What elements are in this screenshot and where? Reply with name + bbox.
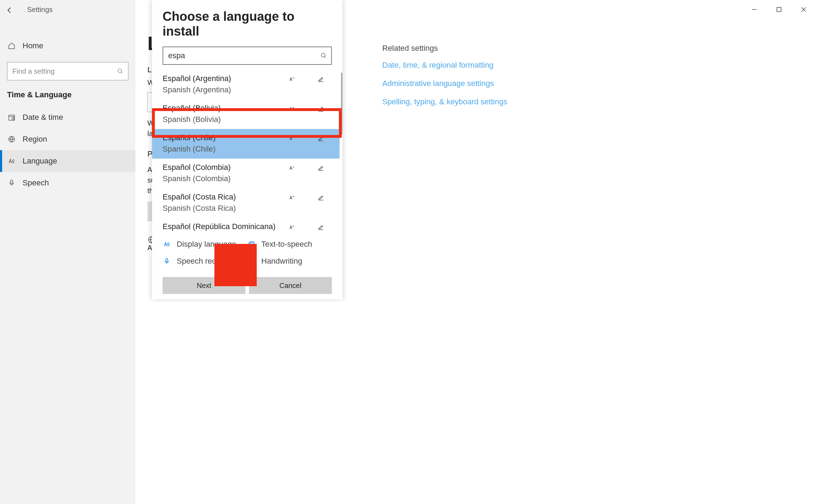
legend-text-to-speech: Text-to-speech	[247, 240, 332, 249]
handwriting-icon	[316, 165, 325, 171]
search-icon	[321, 53, 327, 59]
handwriting-icon	[316, 195, 325, 201]
svg-rect-9	[250, 242, 254, 245]
sidebar-item-label: Speech	[23, 178, 49, 188]
maximize-button[interactable]	[767, 3, 791, 16]
language-english-name: Spanish (Costa Rica)	[163, 204, 329, 213]
sidebar-item-label: Region	[23, 135, 47, 144]
language-item[interactable]: Español (Bolivia)Spanish (Bolivia)	[152, 99, 340, 129]
language-item[interactable]: Español (Chile)Spanish (Chile)	[152, 129, 340, 159]
scrollbar-thumb[interactable]	[341, 73, 342, 135]
microphone-icon	[7, 179, 16, 187]
link-spelling-typing-keyboard[interactable]: Spelling, typing, & keyboard settings	[382, 97, 507, 106]
legend-label: Handwriting	[261, 257, 302, 266]
search-icon	[117, 68, 123, 74]
legend-handwriting: Handwriting	[247, 257, 332, 266]
next-button[interactable]: Next	[163, 277, 245, 294]
language-icon	[7, 157, 16, 165]
sidebar-item-date-time[interactable]: Date & time	[0, 106, 135, 128]
svg-rect-10	[166, 259, 168, 262]
link-date-time-formatting[interactable]: Date, time, & regional formatting	[382, 61, 507, 70]
handwriting-icon	[316, 106, 325, 112]
display-language-icon	[287, 224, 297, 231]
handwriting-icon	[316, 76, 325, 82]
cancel-button[interactable]: Cancel	[249, 277, 332, 294]
minimize-button[interactable]	[742, 3, 767, 16]
sidebar-item-language[interactable]: Language	[0, 150, 135, 172]
sidebar-item-region[interactable]: Region	[0, 128, 135, 150]
handwriting-icon	[247, 258, 256, 265]
handwriting-icon	[316, 224, 325, 231]
text-to-speech-icon	[247, 241, 256, 248]
sidebar-search-input[interactable]	[7, 62, 128, 80]
display-language-icon	[287, 106, 297, 112]
choose-language-dialog: Choose a language to install Español (Ar…	[152, 0, 342, 300]
dialog-footer: Display language Text-to-speech Speech r…	[152, 233, 342, 300]
sidebar-group-header: Time & Language	[0, 90, 135, 106]
settings-sidebar: Settings Home Time & Language Date & tim…	[0, 0, 135, 504]
display-language-icon	[287, 135, 297, 142]
window-title: Settings	[27, 6, 53, 14]
sidebar-item-home[interactable]: Home	[0, 35, 135, 56]
language-english-name: Spanish (Colombia)	[163, 174, 329, 183]
close-button[interactable]	[791, 3, 816, 16]
svg-rect-6	[777, 7, 781, 12]
display-language-icon	[287, 195, 297, 201]
window-controls	[742, 3, 816, 16]
calendar-clock-icon	[7, 113, 16, 121]
home-icon	[7, 42, 16, 50]
legend-speech-recognition: Speech recognition	[163, 257, 247, 266]
link-admin-language-settings[interactable]: Administrative language settings	[382, 79, 507, 88]
svg-point-0	[118, 69, 122, 73]
language-item[interactable]: Español (Costa Rica)Spanish (Costa Rica)	[152, 188, 340, 218]
language-list: Español (Argentina)Spanish (Argentina)Es…	[152, 70, 340, 256]
language-item[interactable]: Español (Colombia)Spanish (Colombia)	[152, 159, 340, 188]
language-english-name: Spanish (Argentina)	[163, 85, 329, 94]
language-english-name: Spanish (Bolivia)	[163, 115, 329, 124]
legend-label: Display language	[177, 240, 236, 249]
display-language-icon	[287, 76, 297, 82]
handwriting-icon	[316, 135, 325, 142]
legend-label: Text-to-speech	[261, 240, 312, 249]
related-settings-title: Related settings	[382, 44, 507, 53]
related-settings: Related settings Date, time, & regional …	[382, 44, 507, 116]
sidebar-item-label: Language	[23, 156, 57, 166]
globe-icon	[7, 135, 16, 143]
display-language-icon	[163, 241, 171, 248]
svg-point-7	[321, 53, 325, 57]
sidebar-item-label: Home	[23, 41, 43, 50]
sidebar-item-speech[interactable]: Speech	[0, 172, 135, 194]
display-language-icon	[287, 165, 297, 171]
svg-rect-4	[11, 180, 13, 184]
back-button[interactable]	[0, 4, 19, 17]
language-english-name: Spanish (Chile)	[163, 145, 329, 154]
speech-recognition-icon	[163, 258, 171, 265]
dialog-title: Choose a language to install	[152, 0, 342, 47]
legend-label: Speech recognition	[177, 257, 243, 266]
language-search-input[interactable]	[163, 47, 332, 65]
svg-rect-8	[249, 243, 253, 246]
legend-display-language: Display language	[163, 240, 247, 249]
sidebar-item-label: Date & time	[23, 113, 63, 122]
language-item[interactable]: Español (Argentina)Spanish (Argentina)	[152, 70, 340, 99]
